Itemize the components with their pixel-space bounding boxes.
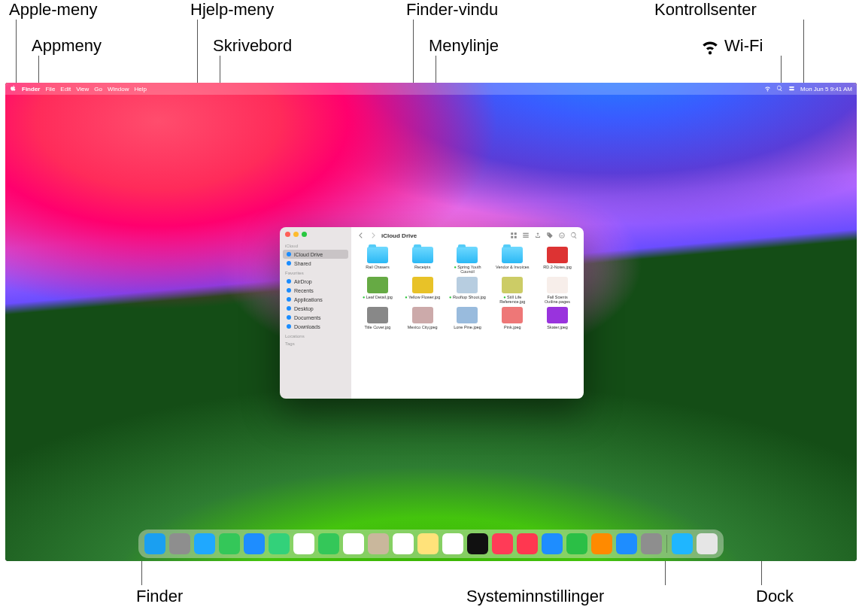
file-label: Still Life Reference.jpg [493,295,531,304]
action-button[interactable] [558,232,566,240]
dock-app-finder[interactable] [144,533,165,554]
dock-app-messages[interactable] [219,533,240,554]
dock-app-facetime[interactable] [318,533,339,554]
dock-app-notes[interactable] [417,533,439,554]
file-item[interactable]: Still Life Reference.jpg [490,277,534,304]
menubar-clock[interactable]: Mon Jun 5 9:41 AM [800,86,852,93]
doc-icon [286,314,292,320]
dock-app-numbers[interactable] [566,533,587,554]
menu-file[interactable]: File [45,86,55,93]
callout-desktop: Skrivebord [213,36,292,56]
sidebar-item-label: Shared [294,261,311,266]
file-item[interactable]: Title Cover.jpg [356,307,399,329]
menu-view[interactable]: View [76,86,89,93]
file-item[interactable]: Leaf Detail.jpg [356,277,399,304]
download-icon [286,323,292,329]
file-item[interactable]: Pink.jpeg [490,307,534,329]
spotlight-icon[interactable] [776,85,783,93]
dock-app-contacts[interactable] [368,533,389,554]
file-item[interactable]: Rooftop Shoot.jpg [446,277,490,304]
svg-point-7 [287,306,291,311]
dock-app-calendar[interactable] [343,533,364,554]
menu-help[interactable]: Help [134,86,146,93]
dock-app-maps[interactable] [269,533,290,554]
dock-app-safari[interactable] [194,533,215,554]
share-button[interactable] [534,232,542,240]
file-label: RD.2-Notes.jpg [543,265,572,269]
dock-app-keynote[interactable] [542,533,563,554]
callout-apple-menu: Apple-meny [9,0,97,20]
file-label: Fall Scents Outline.pages [539,295,576,304]
app-menu[interactable]: Finder [22,86,40,93]
close-button[interactable] [285,232,290,237]
finder-window[interactable]: iCloudiCloud DriveSharedFavoritesAirDrop… [280,227,584,399]
svg-point-8 [287,315,291,320]
apple-menu-icon[interactable] [10,85,17,93]
window-controls [283,231,348,238]
dock-app-news[interactable] [517,533,538,554]
leader-line [16,20,17,90]
control-center-icon[interactable] [788,85,795,93]
group-button[interactable] [522,232,530,240]
leader-line [197,20,198,90]
dock-app-mail[interactable] [244,533,265,554]
sidebar-item-applications[interactable]: Applications [283,295,348,304]
callout-dock: Dock [756,587,794,606]
dock-app-pages[interactable] [591,533,612,554]
dock-app-music[interactable] [492,533,513,554]
view-icons-button[interactable] [510,232,518,240]
file-item[interactable]: Fall Scents Outline.pages [536,277,579,304]
file-label: Vendor & Invoices [496,265,529,269]
sidebar-item-shared[interactable]: Shared [283,259,348,268]
file-item[interactable]: Receipts [401,247,445,274]
dock-app-system-settings[interactable] [641,533,662,554]
sidebar-item-downloads[interactable]: Downloads [283,322,348,331]
folder-icon [412,247,433,263]
file-item[interactable]: Skater.jpeg [536,307,579,329]
dock-app-downloads[interactable] [672,533,693,554]
menu-go[interactable]: Go [94,86,102,93]
dock-app-app-store[interactable] [616,533,637,554]
zoom-button[interactable] [302,232,307,237]
minimize-button[interactable] [293,232,299,237]
dock-app-launchpad[interactable] [169,533,190,554]
dock-app-tv[interactable] [467,533,488,554]
sidebar-item-documents[interactable]: Documents [283,313,348,322]
menu-window[interactable]: Window [108,86,129,93]
callout-wifi: Wi-Fi [700,36,763,56]
tag-button[interactable] [546,232,554,240]
dock-app-freeform[interactable] [442,533,463,554]
sidebar-item-airdrop[interactable]: AirDrop [283,277,348,286]
callout-menubar: Menylinje [429,36,499,56]
back-button[interactable] [357,232,365,240]
svg-point-17 [560,232,565,238]
file-item[interactable]: Lone Pine.jpeg [446,307,490,329]
file-label: Receipts [414,265,430,269]
wifi-status-icon[interactable] [764,85,771,93]
sidebar-heading: Locations [285,334,346,338]
file-item[interactable]: Vendor & Invoices [490,247,534,274]
file-label: Leaf Detail.jpg [363,295,393,299]
dock-app-trash[interactable] [697,533,718,554]
sidebar-item-recents[interactable]: Recents [283,286,348,295]
forward-button[interactable] [369,232,377,240]
sidebar-item-desktop[interactable]: Desktop [283,304,348,313]
file-item[interactable]: Mexico City.jpeg [401,307,445,329]
file-label: Rail Chasers [366,265,389,269]
dock-app-reminders[interactable] [393,533,414,554]
file-item[interactable]: Spring Youth Council [446,247,490,274]
image-thumbnail [412,307,433,323]
svg-rect-16 [523,236,529,237]
file-item[interactable]: Rail Chasers [356,247,399,274]
menu-edit[interactable]: Edit [60,86,71,93]
file-item[interactable]: RD.2-Notes.jpg [536,247,579,274]
sidebar-item-label: Applications [294,297,323,302]
file-item[interactable]: Yellow Flower.jpg [401,277,445,304]
sidebar-item-icloud-drive[interactable]: iCloud Drive [283,250,348,259]
search-button[interactable] [570,232,578,240]
image-thumbnail [547,277,568,293]
svg-point-3 [287,261,291,266]
dock-app-photos[interactable] [293,533,314,554]
svg-rect-15 [523,235,529,235]
finder-main: iCloud Drive Rail ChasersReceiptsSpring … [351,227,584,399]
